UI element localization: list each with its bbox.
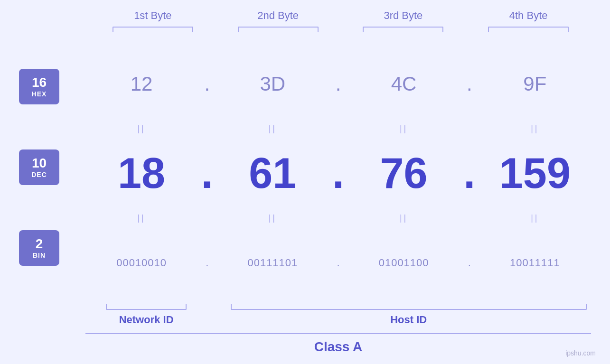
- eq2-4: ||: [479, 213, 591, 223]
- equals-row-1: || || || ||: [85, 121, 591, 136]
- host-bracket-wrap: [226, 304, 591, 310]
- dec-dot-2: .: [329, 149, 348, 198]
- main-container: 1st Byte 2nd Byte 3rd Byte 4th Byte 16 H…: [0, 0, 610, 364]
- dec-val-4: 159: [479, 149, 591, 198]
- hex-val-4: 9F: [479, 73, 591, 95]
- host-bracket: [231, 304, 587, 310]
- dec-dot-1: .: [197, 149, 216, 198]
- bin-dot-2: .: [329, 257, 348, 269]
- eq1-4: ||: [479, 124, 591, 134]
- hex-val-3: 4C: [348, 73, 460, 95]
- top-bracket-2: [238, 27, 319, 32]
- eq2-3: ||: [348, 213, 460, 223]
- bin-dot-1: .: [197, 257, 216, 269]
- eq2-1: ||: [85, 213, 197, 223]
- id-dot-spacer: [207, 314, 226, 326]
- byte-header-3: 3rd Byte: [341, 9, 466, 22]
- dec-val-1: 18: [85, 149, 197, 198]
- bin-dot-3: .: [460, 257, 479, 269]
- top-bracket-cell-3: [341, 27, 466, 32]
- top-bracket-4: [488, 27, 569, 32]
- byte-headers-row: 1st Byte 2nd Byte 3rd Byte 4th Byte: [19, 9, 591, 22]
- network-bracket: [106, 304, 187, 310]
- hex-dot-1: .: [197, 73, 216, 95]
- network-id-label: Network ID: [85, 314, 207, 326]
- bottom-dot-spacer-1: [207, 304, 226, 310]
- hex-val-2: 3D: [216, 73, 328, 95]
- labels-column: 16 HEX 10 DEC 2 BIN: [19, 47, 85, 326]
- top-brackets: [19, 27, 591, 32]
- top-bracket-cell-4: [466, 27, 591, 32]
- bin-label-num: 2: [36, 237, 43, 252]
- network-bracket-wrap: [85, 304, 207, 310]
- bottom-brackets-row: [85, 304, 591, 310]
- dec-row: 18 . 61 . 76 . 159: [85, 136, 591, 211]
- host-id-label: Host ID: [226, 314, 591, 326]
- byte-header-4: 4th Byte: [466, 9, 591, 22]
- equals-row-2: || || || ||: [85, 211, 591, 225]
- bin-val-4: 10011111: [479, 257, 591, 269]
- top-bracket-3: [363, 27, 443, 32]
- id-labels-row: Network ID Host ID: [85, 314, 591, 326]
- dec-label: 10 DEC: [19, 149, 59, 185]
- class-bracket-line: [85, 333, 591, 335]
- eq1-1: ||: [85, 124, 197, 134]
- eq1-2: ||: [216, 124, 328, 134]
- class-label: Class A: [85, 339, 591, 355]
- bin-row: 00010010 . 00111101 . 01001100 .: [85, 225, 591, 300]
- bin-val-1: 00010010: [85, 257, 197, 269]
- byte-header-1: 1st Byte: [90, 9, 216, 22]
- eq2-2: ||: [216, 213, 328, 223]
- hex-label-num: 16: [32, 75, 47, 90]
- class-section: Class A: [19, 333, 591, 355]
- hex-val-1: 12: [85, 73, 197, 95]
- dec-val-2: 61: [216, 149, 328, 198]
- top-bracket-1: [113, 27, 193, 32]
- grid-area: 16 HEX 10 DEC 2 BIN 12 .: [19, 47, 591, 326]
- top-bracket-cell-2: [216, 27, 341, 32]
- hex-dot-2: .: [329, 73, 348, 95]
- byte-header-2: 2nd Byte: [216, 9, 341, 22]
- values-grid: 12 . 3D . 4C . 9F: [85, 47, 591, 326]
- dec-dot-3: .: [460, 149, 479, 198]
- dec-label-text: DEC: [31, 171, 47, 178]
- hex-dot-3: .: [460, 73, 479, 95]
- bin-label: 2 BIN: [19, 230, 59, 266]
- top-bracket-cell-1: [90, 27, 216, 32]
- bin-val-2: 00111101: [216, 257, 328, 269]
- hex-row: 12 . 3D . 4C . 9F: [85, 47, 591, 121]
- hex-label: 16 HEX: [19, 69, 59, 104]
- dec-val-3: 76: [348, 149, 460, 198]
- bin-label-text: BIN: [33, 252, 46, 259]
- bin-val-3: 01001100: [348, 257, 460, 269]
- watermark: ipshu.com: [565, 349, 596, 357]
- hex-label-text: HEX: [32, 90, 47, 98]
- eq1-3: ||: [348, 124, 460, 134]
- dec-label-num: 10: [32, 156, 47, 171]
